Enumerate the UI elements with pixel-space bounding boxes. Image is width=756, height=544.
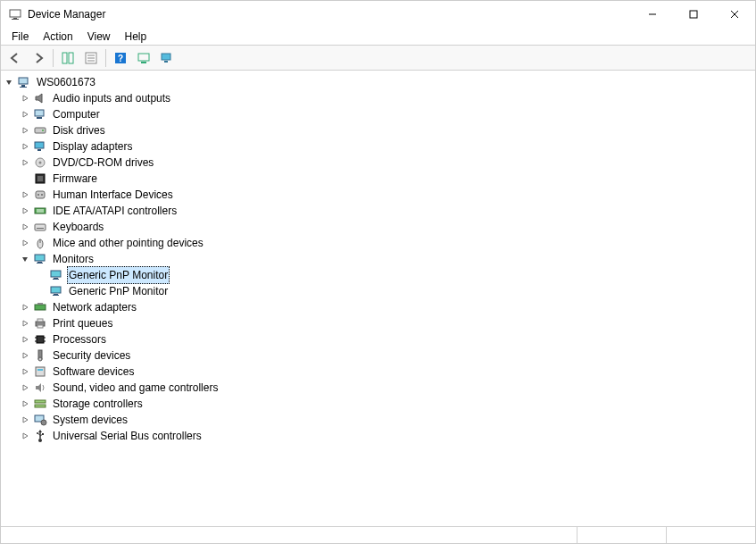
tree-node-root[interactable]: WS0601673 <box>3 74 753 90</box>
tree-node-cat-13[interactable]: Processors <box>3 331 753 347</box>
tree-node-cat-0[interactable]: Audio inputs and outputs <box>3 90 753 106</box>
tree-node-cat-12[interactable]: Print queues <box>3 315 753 331</box>
svg-rect-32 <box>36 191 45 198</box>
tree-node-child-10-1[interactable]: Generic PnP Monitor <box>3 283 753 299</box>
security-icon <box>33 348 47 363</box>
tree-node-cat-3[interactable]: Display adapters <box>3 138 753 155</box>
pc-icon <box>17 75 31 89</box>
tree-node-cat-16[interactable]: Sound, video and game controllers <box>3 380 753 396</box>
expander-icon[interactable] <box>19 333 31 346</box>
forward-button[interactable] <box>28 48 49 68</box>
sound-icon <box>33 381 47 395</box>
monitor-icon <box>49 284 63 298</box>
node-label: Sound, video and game controllers <box>51 380 220 396</box>
menu-view[interactable]: View <box>80 29 118 45</box>
tree-node-cat-19[interactable]: Universal Serial Bus controllers <box>3 428 753 444</box>
expander-icon[interactable] <box>19 317 31 330</box>
svg-point-73 <box>37 432 38 434</box>
menu-help[interactable]: Help <box>118 29 154 45</box>
scan-hardware-button[interactable] <box>133 48 154 68</box>
expander-icon[interactable] <box>19 205 31 217</box>
svg-rect-24 <box>35 128 46 133</box>
tree-node-cat-5[interactable]: Firmware <box>3 171 753 187</box>
expander-icon[interactable] <box>19 156 31 169</box>
svg-rect-49 <box>54 294 58 295</box>
expander-icon[interactable] <box>19 140 31 153</box>
svg-point-62 <box>38 357 42 361</box>
expander-icon[interactable] <box>19 414 31 426</box>
svg-rect-74 <box>42 433 44 435</box>
menu-action[interactable]: Action <box>36 29 79 45</box>
usb-icon <box>33 429 47 443</box>
printer-icon <box>33 316 47 331</box>
status-cell <box>577 527 666 544</box>
tree-node-cat-9[interactable]: Mice and other pointing devices <box>3 235 753 251</box>
close-button[interactable] <box>714 1 755 28</box>
network-icon <box>33 300 47 314</box>
tree-node-cat-15[interactable]: Software devices <box>3 364 753 380</box>
expander-icon[interactable] <box>19 349 31 362</box>
ide-icon <box>33 204 47 218</box>
tree-node-cat-1[interactable]: Computer <box>3 106 753 122</box>
device-tree[interactable]: WS0601673Audio inputs and outputsCompute… <box>1 71 755 526</box>
back-button[interactable] <box>4 48 26 68</box>
node-label: System devices <box>51 412 129 428</box>
tree-node-cat-10[interactable]: Monitors <box>3 251 753 267</box>
keyboard-icon <box>33 220 47 234</box>
statusbar <box>1 526 755 544</box>
node-label: IDE ATA/ATAPI controllers <box>51 203 179 219</box>
node-label: Storage controllers <box>51 396 145 412</box>
svg-point-69 <box>38 439 42 442</box>
tree-node-cat-6[interactable]: Human Interface Devices <box>3 187 753 203</box>
menu-file[interactable]: File <box>4 29 36 45</box>
tree-node-cat-11[interactable]: Network adapters <box>3 299 753 315</box>
properties-button[interactable] <box>80 48 102 68</box>
help-button[interactable]: ? <box>110 48 131 68</box>
tree-node-cat-14[interactable]: Security devices <box>3 347 753 364</box>
software-icon <box>33 364 47 379</box>
svg-point-29 <box>39 162 42 164</box>
tree-node-child-10-0[interactable]: Generic PnP Monitor <box>3 267 753 283</box>
expander-icon[interactable] <box>19 237 31 249</box>
firmware-icon <box>33 172 47 186</box>
audio-icon <box>33 91 47 105</box>
status-cell <box>666 527 755 544</box>
svg-rect-48 <box>51 287 61 293</box>
system-icon <box>33 413 47 427</box>
expander-icon[interactable] <box>19 92 31 105</box>
tree-node-cat-18[interactable]: System devices <box>3 412 753 428</box>
tree-node-cat-8[interactable]: Keyboards <box>3 219 753 235</box>
expander-icon[interactable] <box>19 381 31 394</box>
expander-icon[interactable] <box>19 124 31 137</box>
tree-node-cat-17[interactable]: Storage controllers <box>3 396 753 412</box>
view-devices-button[interactable] <box>156 48 178 68</box>
svg-rect-66 <box>35 405 46 407</box>
show-hide-tree-button[interactable] <box>57 48 79 68</box>
tree-node-cat-4[interactable]: DVD/CD-ROM drives <box>3 155 753 171</box>
tree-node-cat-7[interactable]: IDE ATA/ATAPI controllers <box>3 203 753 219</box>
expander-icon[interactable] <box>19 108 31 121</box>
node-label: Monitors <box>51 251 96 267</box>
svg-rect-35 <box>35 208 46 213</box>
node-label: Network adapters <box>51 299 138 315</box>
expander-icon[interactable] <box>19 221 31 233</box>
expander-icon[interactable] <box>19 430 31 442</box>
node-label: WS0601673 <box>35 74 97 90</box>
expander-icon[interactable] <box>19 365 31 378</box>
mouse-icon <box>33 236 47 250</box>
node-label: Generic PnP Monitor <box>67 283 170 299</box>
expander-icon[interactable] <box>19 301 31 314</box>
disk-icon <box>33 123 47 138</box>
svg-point-68 <box>41 420 46 425</box>
minimize-button[interactable] <box>632 1 673 28</box>
svg-rect-1 <box>13 18 17 19</box>
maximize-button[interactable] <box>673 1 714 28</box>
expander-icon[interactable] <box>3 76 15 88</box>
svg-rect-8 <box>69 53 73 63</box>
expander-icon[interactable] <box>19 188 31 201</box>
node-label: Computer <box>51 106 102 122</box>
tree-node-cat-2[interactable]: Disk drives <box>3 122 753 138</box>
expander-icon[interactable] <box>19 253 31 265</box>
expander-icon[interactable] <box>19 398 31 410</box>
svg-rect-20 <box>21 85 25 87</box>
